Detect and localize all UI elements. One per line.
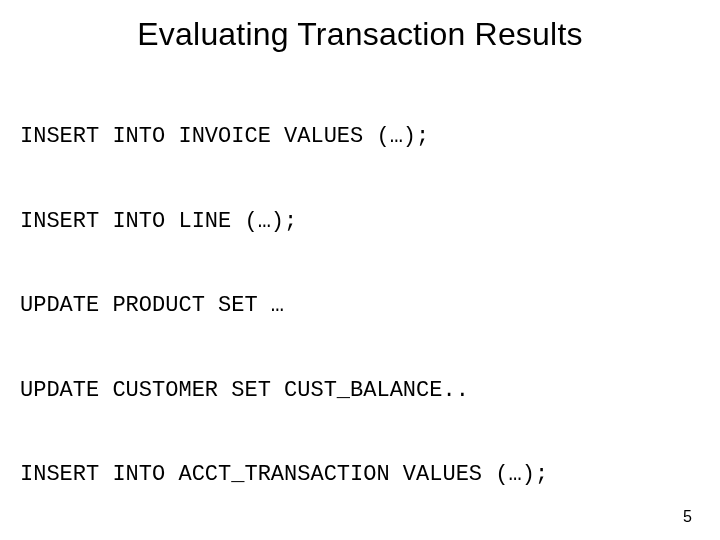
page-number: 5 <box>683 508 692 526</box>
code-line: INSERT INTO LINE (…); <box>20 208 692 236</box>
code-line: INSERT INTO INVOICE VALUES (…); <box>20 123 692 151</box>
slide-title: Evaluating Transaction Results <box>28 16 692 53</box>
code-line: UPDATE CUSTOMER SET CUST_BALANCE.. <box>20 377 692 405</box>
slide: Evaluating Transaction Results INSERT IN… <box>0 0 720 540</box>
code-line: INSERT INTO ACCT_TRANSACTION VALUES (…); <box>20 461 692 489</box>
code-line: UPDATE PRODUCT SET … <box>20 292 692 320</box>
sql-code-block: INSERT INTO INVOICE VALUES (…); INSERT I… <box>20 67 692 540</box>
